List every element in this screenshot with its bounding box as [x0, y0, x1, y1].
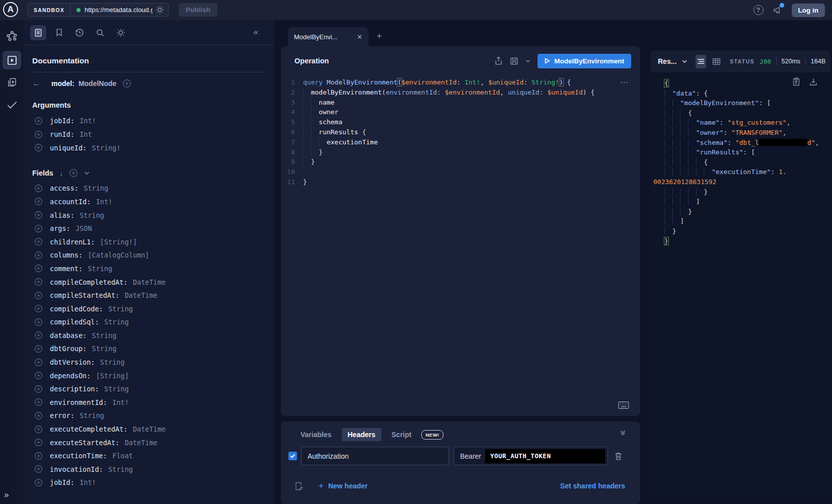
field-row[interactable]: executeCompletedAt: DateTime — [32, 423, 266, 436]
argument-row[interactable]: uniqueId: String! — [32, 141, 266, 154]
announcements-icon[interactable] — [773, 5, 783, 15]
field-row[interactable]: accountId: Int! — [32, 195, 266, 209]
add-to-query-icon[interactable] — [34, 331, 43, 340]
add-fields-icon[interactable] — [69, 169, 78, 178]
add-to-query-icon[interactable] — [34, 117, 43, 125]
add-all-fields-icon[interactable] — [122, 79, 131, 88]
field-row[interactable]: database: String — [32, 329, 266, 343]
field-row[interactable]: environmentId: Int! — [32, 396, 266, 409]
explorer-icon[interactable] — [3, 51, 21, 69]
endpoint-settings-gear-icon[interactable] — [156, 6, 164, 14]
field-row[interactable]: description: String — [32, 382, 266, 396]
operation-tab[interactable]: ModelByEnvi... ✕ — [288, 27, 368, 46]
field-row[interactable]: childrenL1: [String!] — [32, 235, 266, 248]
add-to-query-icon[interactable] — [34, 211, 43, 219]
history-tab-icon[interactable] — [71, 25, 88, 40]
field-row[interactable]: executeStartedAt: DateTime — [32, 436, 266, 449]
add-to-query-icon[interactable] — [34, 184, 43, 193]
add-to-query-icon[interactable] — [34, 197, 43, 206]
field-row[interactable]: executionTime: Float — [32, 449, 266, 463]
tab-variables[interactable]: Variables — [294, 428, 338, 441]
add-to-query-icon[interactable] — [34, 425, 43, 434]
publish-button[interactable]: Publish — [179, 3, 217, 17]
argument-row[interactable]: jobId: Int! — [32, 114, 266, 128]
field-row[interactable]: compileStartedAt: DateTime — [32, 289, 266, 302]
add-to-query-icon[interactable] — [34, 224, 43, 233]
response-dropdown-chevron-icon[interactable] — [682, 59, 688, 63]
collapse-docs-icon[interactable]: « — [254, 27, 258, 37]
response-json-viewer[interactable]: { "data": { "modelByEnvironment": [ { "n… — [651, 72, 830, 499]
field-row[interactable]: dbtGroup: String — [32, 342, 266, 356]
field-row[interactable]: compiledCode: String — [32, 302, 266, 315]
add-to-query-icon[interactable] — [34, 465, 43, 473]
graph-icon[interactable] — [6, 29, 19, 42]
add-to-query-icon[interactable] — [34, 237, 43, 246]
header-enabled-checkbox[interactable] — [288, 452, 297, 460]
field-row[interactable]: jobId: Int! — [32, 476, 266, 489]
checks-icon[interactable] — [6, 98, 19, 111]
field-row[interactable]: compiledSql: String — [32, 315, 266, 329]
bookmarks-tab-icon[interactable] — [51, 25, 67, 40]
json-view-toggle-icon[interactable] — [696, 55, 706, 68]
add-to-query-icon[interactable] — [34, 251, 43, 260]
new-tab-icon[interactable]: + — [376, 31, 382, 41]
table-view-toggle-icon[interactable] — [712, 57, 721, 66]
search-tab-icon[interactable] — [92, 25, 108, 40]
header-name-input[interactable] — [301, 447, 449, 465]
add-to-query-icon[interactable] — [34, 304, 43, 313]
add-to-query-icon[interactable] — [34, 385, 43, 393]
operation-collection-icon[interactable] — [6, 76, 18, 89]
field-row[interactable]: columns: [CatalogColumn] — [32, 248, 266, 262]
add-to-query-icon[interactable] — [34, 278, 43, 286]
close-tab-icon[interactable]: ✕ — [357, 33, 362, 41]
fields-options-chevron-icon[interactable] — [84, 171, 90, 175]
field-row[interactable]: invocationId: String — [32, 463, 266, 476]
add-to-query-icon[interactable] — [34, 345, 43, 353]
add-to-query-icon[interactable] — [34, 143, 43, 152]
share-operation-icon[interactable] — [494, 56, 503, 65]
add-to-query-icon[interactable] — [34, 438, 43, 447]
field-row[interactable]: access: String — [32, 182, 266, 195]
editor-menu-icon[interactable]: ⋯ — [620, 77, 629, 87]
field-row[interactable]: compileCompletedAt: DateTime — [32, 275, 266, 289]
add-to-query-icon[interactable] — [34, 264, 43, 273]
model-type[interactable]: ModelNode — [79, 79, 116, 88]
login-button[interactable]: Log in — [792, 4, 825, 17]
query-editor[interactable]: 1query ModelByEnvironment($environmentId… — [281, 75, 640, 187]
back-arrow-icon[interactable]: ← — [32, 79, 40, 88]
sort-fields-icon[interactable]: ↓ — [59, 169, 63, 178]
run-operation-button[interactable]: ModelByEnvironment — [538, 54, 631, 68]
documentation-tab-icon[interactable] — [30, 25, 46, 40]
edit-headers-document-icon[interactable] — [294, 481, 304, 491]
tab-headers[interactable]: Headers — [342, 428, 382, 441]
add-to-query-icon[interactable] — [34, 411, 43, 420]
field-row[interactable]: dependsOn: [String] — [32, 369, 266, 382]
field-row[interactable]: comment: String — [32, 262, 266, 276]
delete-header-icon[interactable] — [614, 452, 623, 461]
add-to-query-icon[interactable] — [34, 318, 43, 326]
header-value-field[interactable]: Bearer YOUR_AUTH_TOKEN — [453, 447, 608, 465]
new-header-button[interactable]: + New header — [319, 481, 368, 491]
apollo-logo-icon[interactable]: A — [3, 2, 18, 17]
auth-token-value[interactable]: YOUR_AUTH_TOKEN — [485, 449, 605, 463]
field-row[interactable]: args: JSON — [32, 222, 266, 235]
save-operation-icon[interactable] — [510, 57, 518, 65]
save-dropdown-chevron-icon[interactable] — [525, 59, 531, 63]
endpoint-url-input[interactable]: https://metadata.cloud.get — [85, 6, 153, 14]
add-to-query-icon[interactable] — [34, 371, 43, 380]
set-shared-headers-link[interactable]: Set shared headers — [560, 482, 625, 490]
add-to-query-icon[interactable] — [34, 478, 43, 487]
help-icon[interactable]: ? — [753, 5, 764, 15]
expand-panel-icon[interactable]: » — [4, 490, 9, 500]
field-row[interactable]: error: String — [32, 409, 266, 423]
collapse-attachments-icon[interactable] — [620, 430, 626, 436]
add-to-query-icon[interactable] — [34, 452, 43, 460]
argument-row[interactable]: runId: Int — [32, 128, 266, 141]
add-to-query-icon[interactable] — [34, 398, 43, 406]
settings-tab-icon[interactable] — [113, 25, 129, 40]
copy-response-icon[interactable] — [792, 77, 800, 87]
add-to-query-icon[interactable] — [34, 130, 43, 139]
add-to-query-icon[interactable] — [34, 358, 43, 367]
add-to-query-icon[interactable] — [34, 291, 43, 300]
tab-script[interactable]: Script — [386, 428, 418, 441]
